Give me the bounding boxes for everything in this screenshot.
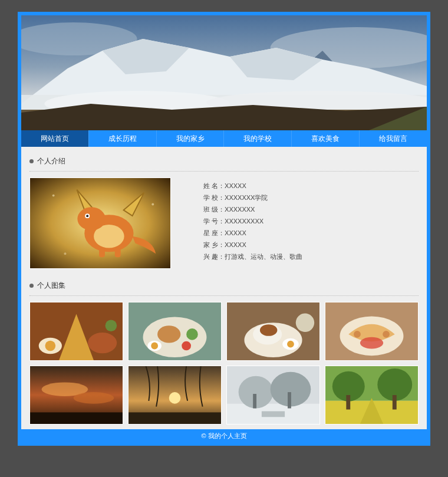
info-value: XXXXXXXXX: [225, 218, 263, 225]
info-label: 学 校：: [203, 194, 225, 201]
svg-point-36: [182, 341, 191, 351]
svg-rect-62: [262, 411, 285, 417]
svg-point-51: [74, 392, 114, 404]
gallery-thumb-5[interactable]: [29, 366, 123, 425]
svg-point-48: [360, 337, 383, 349]
info-value: XXXXX: [225, 229, 246, 236]
gallery-grid: [29, 302, 419, 425]
info-value: XXXXXXX: [225, 206, 255, 213]
info-row-hometown: 家 乡：XXXXX: [203, 239, 302, 251]
bullet-icon: [29, 284, 34, 288]
svg-rect-68: [393, 395, 397, 410]
nav-label: 我的学校: [243, 134, 272, 144]
info-row-sign: 星 座：XXXXX: [203, 227, 302, 239]
svg-point-18: [86, 215, 88, 217]
info-row-school: 学 校：XXXXXXX学院: [203, 192, 302, 203]
nav-label: 成长历程: [108, 134, 137, 144]
svg-point-23: [64, 252, 67, 255]
footer-text: © 我的个人主页: [201, 432, 246, 439]
nav-item-school[interactable]: 我的学校: [223, 130, 291, 147]
footer: © 我的个人主页: [21, 429, 427, 442]
info-row-hobby: 兴 趣：打游戏、运动、动漫、歌曲: [203, 251, 302, 262]
svg-rect-20: [115, 248, 121, 257]
gallery-thumb-7[interactable]: [226, 366, 320, 425]
info-row-id: 学 号：XXXXXXXXX: [203, 215, 302, 227]
main-nav: 网站首页 成长历程 我的家乡 我的学校 喜欢美食 给我留言: [21, 130, 427, 147]
svg-point-22: [151, 203, 154, 205]
info-label: 班 级：: [203, 206, 225, 213]
gallery-thumb-8[interactable]: [325, 366, 419, 425]
nav-item-hometown[interactable]: 我的家乡: [156, 130, 224, 147]
info-row-class: 班 级：XXXXXXX: [203, 203, 302, 215]
intro-block: 姓 名：XXXXX 学 校：XXXXXXX学院 班 级：XXXXXXX 学 号：…: [29, 177, 419, 269]
info-label: 星 座：: [203, 229, 225, 236]
gallery-thumb-2[interactable]: [128, 302, 222, 361]
gallery-thumb-6[interactable]: [128, 366, 222, 425]
nav-item-growth[interactable]: 成长历程: [88, 130, 156, 147]
nav-label: 给我留言: [379, 134, 407, 144]
info-row-name: 姓 名：XXXXX: [203, 180, 302, 192]
info-value: XXXXXXX学院: [225, 194, 268, 201]
info-value: XXXXX: [225, 241, 246, 248]
info-label: 姓 名：: [203, 182, 225, 189]
section-title-text: 个人介绍: [37, 156, 65, 166]
svg-point-40: [260, 324, 277, 336]
svg-point-21: [52, 195, 55, 197]
nav-label: 喜欢美食: [311, 134, 340, 144]
info-label: 兴 趣：: [203, 253, 225, 260]
profile-info: 姓 名：XXXXX 学 校：XXXXXXX学院 班 级：XXXXXXX 学 号：…: [203, 177, 302, 269]
svg-point-29: [106, 320, 117, 331]
svg-point-47: [383, 331, 390, 338]
hero-banner: [21, 15, 427, 130]
nav-label: 我的家乡: [176, 134, 205, 144]
info-label: 家 乡：: [203, 241, 225, 248]
svg-rect-55: [129, 412, 221, 424]
svg-rect-61: [288, 392, 291, 408]
avatar-image: [29, 177, 171, 269]
svg-point-32: [157, 325, 180, 343]
gallery-thumb-1[interactable]: [29, 302, 123, 361]
section-title-intro: 个人介绍: [29, 153, 419, 172]
content-area: 个人介绍: [21, 147, 427, 429]
gallery-thumb-4[interactable]: [325, 302, 419, 361]
section-title-text: 个人图集: [37, 281, 65, 291]
gallery-thumb-3[interactable]: [226, 302, 320, 361]
svg-rect-19: [99, 248, 105, 257]
svg-point-35: [186, 328, 198, 340]
svg-point-16: [77, 207, 106, 230]
svg-point-54: [169, 392, 181, 404]
nav-item-guestbook[interactable]: 给我留言: [359, 130, 427, 147]
nav-item-home[interactable]: 网站首页: [21, 130, 88, 147]
info-value: XXXXX: [225, 182, 246, 189]
page-container: 网站首页 成长历程 我的家乡 我的学校 喜欢美食 给我留言 个人介绍: [18, 12, 430, 446]
svg-rect-60: [253, 394, 256, 409]
svg-point-34: [151, 343, 158, 350]
nav-item-food[interactable]: 喜欢美食: [291, 130, 359, 147]
nav-label: 网站首页: [41, 134, 69, 144]
info-label: 学 号：: [203, 218, 225, 225]
bullet-icon: [29, 159, 34, 163]
svg-point-46: [354, 331, 361, 338]
section-title-gallery: 个人图集: [29, 277, 419, 296]
svg-rect-52: [30, 412, 123, 424]
svg-point-27: [45, 341, 56, 351]
svg-point-43: [296, 314, 314, 332]
svg-rect-67: [346, 395, 350, 410]
info-value: 打游戏、运动、动漫、歌曲: [225, 253, 302, 260]
svg-point-42: [287, 341, 294, 348]
svg-point-28: [88, 333, 117, 353]
